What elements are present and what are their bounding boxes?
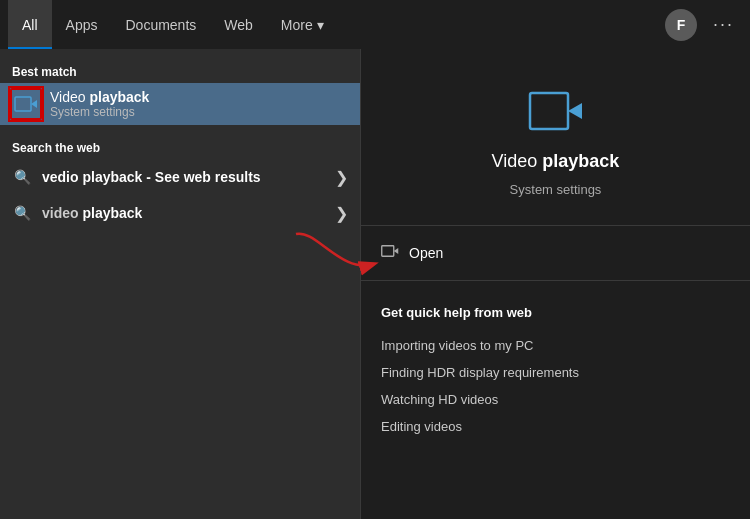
- tab-web[interactable]: Web: [210, 0, 267, 49]
- help-link-0[interactable]: Importing videos to my PC: [381, 332, 730, 359]
- tab-all[interactable]: All: [8, 0, 52, 49]
- help-link-3[interactable]: Editing videos: [381, 413, 730, 440]
- user-avatar[interactable]: F: [665, 9, 697, 41]
- web-arrow-1: ❯: [335, 204, 348, 223]
- best-match-title: Video playback: [50, 89, 149, 105]
- best-match-label: Best match: [0, 57, 360, 83]
- web-query-0: vedio playback - See web results: [42, 169, 325, 185]
- more-options-button[interactable]: ···: [705, 10, 742, 39]
- left-panel: Best match Video playback System setting…: [0, 49, 360, 519]
- help-link-1[interactable]: Finding HDR display requirements: [381, 359, 730, 386]
- svg-marker-1: [31, 100, 37, 108]
- best-match-subtitle: System settings: [50, 105, 149, 119]
- help-title: Get quick help from web: [381, 305, 730, 320]
- right-panel: Video playback System settings: [360, 49, 750, 519]
- nav-right: F ···: [665, 9, 742, 41]
- help-section: Get quick help from web Importing videos…: [361, 289, 750, 448]
- search-icon-0: 🔍: [12, 167, 32, 187]
- best-match-item[interactable]: Video playback System settings: [0, 83, 360, 125]
- open-icon: [381, 244, 399, 262]
- video-playback-icon: [12, 90, 40, 118]
- app-icon-large: [528, 89, 584, 141]
- divider-2: [361, 280, 750, 281]
- web-arrow-0: ❯: [335, 168, 348, 187]
- app-detail-header: Video playback System settings: [361, 49, 750, 217]
- tab-apps[interactable]: Apps: [52, 0, 112, 49]
- svg-rect-5: [382, 246, 394, 257]
- best-match-text: Video playback System settings: [50, 89, 149, 119]
- svg-marker-3: [568, 103, 582, 119]
- tab-documents[interactable]: Documents: [111, 0, 210, 49]
- web-section: Search the web 🔍 vedio playback - See we…: [0, 133, 360, 231]
- app-type: System settings: [510, 182, 602, 197]
- tab-more[interactable]: More ▾: [267, 0, 338, 49]
- web-item-1[interactable]: 🔍 video playback ❯: [0, 195, 360, 231]
- open-section[interactable]: Open: [361, 234, 750, 272]
- divider-1: [361, 225, 750, 226]
- help-link-2[interactable]: Watching HD videos: [381, 386, 730, 413]
- search-icon-1: 🔍: [12, 203, 32, 223]
- main-content: Best match Video playback System setting…: [0, 49, 750, 519]
- web-query-1: video playback: [42, 205, 325, 221]
- open-label: Open: [409, 245, 443, 261]
- svg-rect-0: [15, 97, 31, 111]
- web-item-0[interactable]: 🔍 vedio playback - See web results ❯: [0, 159, 360, 195]
- top-nav: All Apps Documents Web More ▾ F ···: [0, 0, 750, 49]
- app-name-large: Video playback: [492, 151, 620, 172]
- search-web-label: Search the web: [0, 133, 360, 159]
- svg-rect-2: [530, 93, 568, 129]
